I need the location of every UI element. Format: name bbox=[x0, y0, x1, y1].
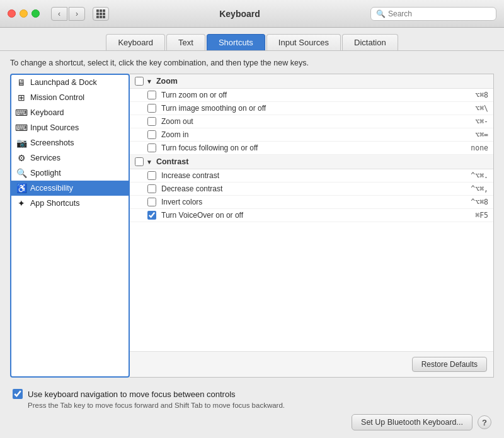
launchpad-icon: 🖥 bbox=[16, 77, 26, 87]
sidebar-item-screenshots[interactable]: 📷 Screenshots bbox=[11, 135, 129, 150]
sidebar: 🖥 Launchpad & Dock ⊞ Mission Control ⌨ K… bbox=[10, 74, 130, 378]
screenshots-icon: 📷 bbox=[16, 138, 26, 148]
keyboard-icon: ⌨ bbox=[16, 108, 26, 118]
zoom-out-checkbox[interactable] bbox=[147, 117, 156, 126]
grid-icon bbox=[96, 9, 105, 18]
sidebar-item-spotlight[interactable]: 🔍 Spotlight bbox=[11, 166, 129, 181]
shortcut-row-zoom-out[interactable]: Zoom out ⌥⌘- bbox=[130, 115, 493, 128]
input-sources-icon: ⌨ bbox=[16, 123, 26, 133]
grid-button[interactable] bbox=[93, 7, 109, 21]
back-button[interactable]: ‹ bbox=[51, 7, 67, 21]
zoom-toggle-icon[interactable]: ▼ bbox=[146, 78, 152, 85]
sidebar-item-label: Mission Control bbox=[30, 93, 84, 102]
increase-contrast-checkbox[interactable] bbox=[147, 171, 156, 180]
voiceover-key: ⌘F5 bbox=[475, 211, 488, 220]
pane-layout: 🖥 Launchpad & Dock ⊞ Mission Control ⌨ K… bbox=[10, 74, 494, 378]
search-input[interactable] bbox=[388, 9, 491, 18]
zoom-in-key: ⌥⌘= bbox=[475, 130, 488, 139]
invert-colors-key: ^⌥⌘8 bbox=[471, 198, 488, 206]
keyboard-nav-checkbox[interactable] bbox=[13, 389, 23, 399]
zoom-in-label: Zoom in bbox=[159, 130, 472, 139]
window-title: Keyboard bbox=[114, 9, 365, 19]
increase-contrast-key: ^⌥⌘. bbox=[471, 171, 488, 180]
close-button[interactable] bbox=[8, 9, 16, 18]
keyboard-nav-sublabel: Press the Tab key to move focus forward … bbox=[13, 402, 491, 409]
zoom-smoothing-checkbox[interactable] bbox=[147, 104, 156, 113]
restore-defaults-button[interactable]: Restore Defaults bbox=[412, 357, 487, 372]
zoom-focus-key: none bbox=[471, 143, 488, 152]
main-content: To change a shortcut, select it, click t… bbox=[0, 51, 504, 438]
shortcut-list: ▼ Zoom Turn zoom on or off ⌥⌘8 Turn imag… bbox=[130, 74, 493, 351]
search-icon: 🔍 bbox=[376, 9, 386, 18]
decrease-contrast-label: Decrease contrast bbox=[159, 184, 468, 193]
zoom-out-key: ⌥⌘- bbox=[475, 117, 488, 126]
voiceover-label: Turn VoiceOver on or off bbox=[159, 211, 472, 220]
traffic-lights bbox=[8, 9, 40, 18]
zoom-smoothing-label: Turn image smoothing on or off bbox=[159, 104, 472, 113]
tabs-bar: Keyboard Text Shortcuts Input Sources Di… bbox=[0, 28, 504, 51]
bottom-area: Use keyboard navigation to move focus be… bbox=[10, 384, 494, 430]
search-bar[interactable]: 🔍 bbox=[370, 7, 496, 21]
zoom-toggle-checkbox[interactable] bbox=[147, 91, 156, 99]
decrease-contrast-key: ^⌥⌘, bbox=[471, 184, 488, 193]
zoom-out-label: Zoom out bbox=[159, 117, 472, 126]
shortcut-row-voiceover[interactable]: Turn VoiceOver on or off ⌘F5 bbox=[130, 209, 493, 222]
invert-colors-checkbox[interactable] bbox=[147, 198, 156, 206]
sidebar-item-label: App Shortcuts bbox=[30, 199, 80, 208]
bluetooth-keyboard-button[interactable]: Set Up Bluetooth Keyboard... bbox=[352, 414, 472, 430]
decrease-contrast-checkbox[interactable] bbox=[147, 184, 156, 193]
shortcut-row-zoom-in[interactable]: Zoom in ⌥⌘= bbox=[130, 128, 493, 142]
sidebar-item-label: Keyboard bbox=[30, 108, 64, 117]
zoom-focus-checkbox[interactable] bbox=[147, 143, 156, 152]
mission-control-icon: ⊞ bbox=[16, 93, 26, 103]
tab-dictation[interactable]: Dictation bbox=[342, 34, 398, 50]
sidebar-item-label: Screenshots bbox=[30, 138, 74, 147]
sidebar-item-label: Accessibility bbox=[30, 184, 73, 193]
sidebar-item-accessibility[interactable]: ♿ Accessibility bbox=[11, 181, 129, 196]
sidebar-item-mission-control[interactable]: ⊞ Mission Control bbox=[11, 90, 129, 105]
spotlight-icon: 🔍 bbox=[16, 168, 26, 178]
voiceover-checkbox[interactable] bbox=[147, 211, 156, 220]
shortcut-row-invert-colors[interactable]: Invert colors ^⌥⌘8 bbox=[130, 196, 493, 209]
sidebar-item-label: Services bbox=[30, 154, 60, 162]
zoom-toggle-label: Turn zoom on or off bbox=[159, 91, 472, 99]
minimize-button[interactable] bbox=[20, 9, 28, 18]
contrast-toggle-icon[interactable]: ▼ bbox=[146, 159, 152, 166]
zoom-group-checkbox[interactable] bbox=[135, 77, 144, 86]
forward-button[interactable]: › bbox=[69, 7, 85, 21]
sidebar-item-label: Launchpad & Dock bbox=[30, 78, 97, 87]
zoom-toggle-key: ⌥⌘8 bbox=[475, 91, 488, 99]
shortcut-row-increase-contrast[interactable]: Increase contrast ^⌥⌘. bbox=[130, 169, 493, 182]
sidebar-item-label: Spotlight bbox=[30, 169, 61, 177]
nav-buttons: ‹ › bbox=[51, 7, 85, 21]
zoom-smoothing-key: ⌥⌘\ bbox=[475, 104, 488, 113]
zoom-focus-label: Turn focus following on or off bbox=[159, 143, 468, 152]
contrast-group-header: ▼ Contrast bbox=[130, 155, 493, 169]
keyboard-nav-row: Use keyboard navigation to move focus be… bbox=[13, 389, 491, 399]
tab-input-sources[interactable]: Input Sources bbox=[266, 34, 341, 50]
shortcut-row-decrease-contrast[interactable]: Decrease contrast ^⌥⌘, bbox=[130, 182, 493, 196]
sidebar-item-keyboard[interactable]: ⌨ Keyboard bbox=[11, 105, 129, 120]
sidebar-item-input-sources[interactable]: ⌨ Input Sources bbox=[11, 120, 129, 135]
content-panel: ▼ Zoom Turn zoom on or off ⌥⌘8 Turn imag… bbox=[130, 74, 494, 378]
keyboard-nav-label: Use keyboard navigation to move focus be… bbox=[28, 390, 236, 399]
contrast-group-checkbox[interactable] bbox=[135, 157, 144, 166]
accessibility-icon: ♿ bbox=[16, 183, 26, 193]
maximize-button[interactable] bbox=[32, 9, 40, 18]
increase-contrast-label: Increase contrast bbox=[159, 171, 468, 180]
tab-shortcuts[interactable]: Shortcuts bbox=[207, 34, 265, 50]
zoom-group-header: ▼ Zoom bbox=[130, 74, 493, 89]
title-bar: ‹ › Keyboard 🔍 bbox=[0, 0, 504, 28]
shortcut-row-zoom-toggle[interactable]: Turn zoom on or off ⌥⌘8 bbox=[130, 89, 493, 102]
tab-text[interactable]: Text bbox=[166, 34, 205, 50]
sidebar-item-launchpad[interactable]: 🖥 Launchpad & Dock bbox=[11, 75, 129, 90]
zoom-in-checkbox[interactable] bbox=[147, 130, 156, 139]
shortcut-row-zoom-smoothing[interactable]: Turn image smoothing on or off ⌥⌘\ bbox=[130, 102, 493, 115]
shortcut-row-zoom-focus[interactable]: Turn focus following on or off none bbox=[130, 142, 493, 155]
sidebar-item-services[interactable]: ⚙ Services bbox=[11, 150, 129, 166]
help-button[interactable]: ? bbox=[478, 415, 491, 429]
bottom-actions: Set Up Bluetooth Keyboard... ? bbox=[13, 414, 491, 430]
sidebar-item-app-shortcuts[interactable]: ✦ App Shortcuts bbox=[11, 196, 129, 211]
tab-keyboard[interactable]: Keyboard bbox=[106, 34, 165, 50]
sidebar-item-label: Input Sources bbox=[30, 123, 79, 132]
